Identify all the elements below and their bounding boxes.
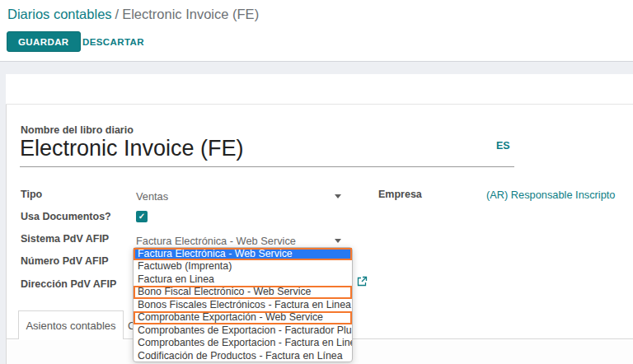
- dropdown-option[interactable]: Codificación de Productos - Factura en L…: [134, 350, 352, 362]
- direccion-pdv-label: Dirección PdV AFIP: [21, 278, 116, 290]
- check-icon: ✓: [138, 212, 145, 221]
- dropdown-option[interactable]: Comprobante Exportación - Web Service: [134, 311, 352, 324]
- translation-badge[interactable]: ES: [496, 140, 510, 152]
- sistema-pdv-label: Sistema PdV AFIP: [21, 233, 109, 245]
- empresa-value-link[interactable]: (AR) Responsable Inscripto: [486, 189, 615, 201]
- journal-name-label: Nombre del libro diario: [21, 124, 134, 136]
- chevron-down-icon: [335, 194, 341, 198]
- tipo-select[interactable]: Ventas: [136, 189, 346, 203]
- journal-name-input[interactable]: Electronic Invoice (FE): [20, 136, 514, 167]
- dropdown-option[interactable]: Factura en Linea: [134, 273, 352, 286]
- sistema-pdv-value: Factura Electrónica - Web Service: [136, 235, 296, 247]
- save-button[interactable]: GUARDAR: [7, 31, 81, 52]
- breadcrumb: Diarios contables/Electronic Invoice (FE…: [7, 7, 259, 22]
- dropdown-option[interactable]: Comprobantes de Exportacion - Factura en…: [134, 337, 352, 349]
- chevron-down-icon: [335, 239, 341, 243]
- statusbar: [6, 74, 633, 105]
- empresa-label: Empresa: [378, 189, 422, 200]
- tab-asientos-contables[interactable]: Asientos contables: [18, 310, 124, 339]
- discard-button[interactable]: DESCARTAR: [79, 31, 148, 52]
- dropdown-option[interactable]: Comprobantes de Exportacion - Facturador…: [134, 324, 352, 337]
- tipo-label: Tipo: [21, 189, 42, 200]
- numero-pdv-label: Número PdV AFIP: [21, 255, 109, 267]
- external-link-icon[interactable]: [357, 275, 368, 286]
- sistema-pdv-select[interactable]: Factura Electrónica - Web Service: [136, 233, 346, 248]
- dropdown-option[interactable]: Bonos Fiscales Electrónicos - Factura en…: [134, 299, 352, 311]
- control-panel: Diarios contables/Electronic Invoice (FE…: [0, 0, 633, 61]
- dropdown-option[interactable]: Factuweb (Imprenta): [134, 260, 352, 273]
- sistema-pdv-dropdown-menu: Factura Electrónica - Web Service Factuw…: [133, 247, 353, 362]
- usa-documentos-label: Usa Documentos?: [21, 211, 111, 222]
- breadcrumb-current: Electronic Invoice (FE): [122, 7, 259, 21]
- dropdown-option[interactable]: Bono Fiscal Electrónico - Web Service: [134, 286, 352, 298]
- odoo-journal-form-page: Diarios contables/Electronic Invoice (FE…: [0, 0, 633, 364]
- dropdown-option[interactable]: Factura Electrónica - Web Service: [134, 248, 352, 260]
- breadcrumb-parent-link[interactable]: Diarios contables: [7, 7, 112, 21]
- usa-documentos-checkbox[interactable]: ✓: [136, 211, 148, 222]
- tipo-value: Ventas: [136, 190, 168, 203]
- breadcrumb-separator: /: [112, 7, 123, 21]
